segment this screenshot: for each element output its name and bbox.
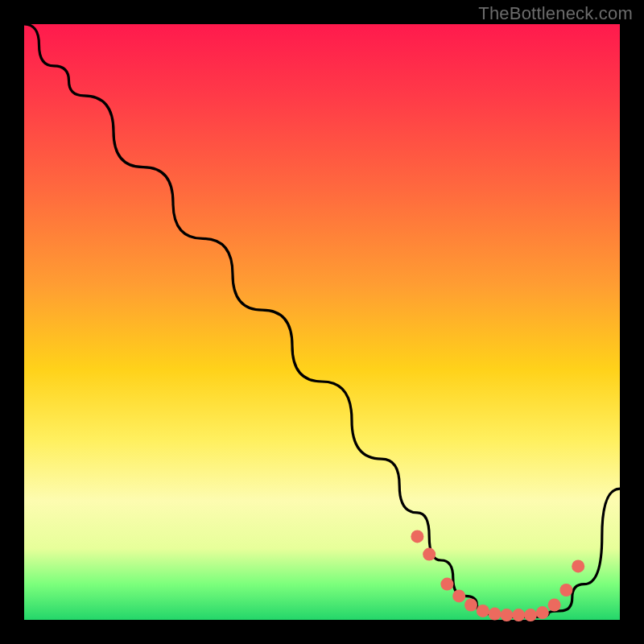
- plot-svg: [24, 24, 620, 620]
- bottleneck-curve: [24, 24, 620, 617]
- marker-dot: [464, 599, 477, 612]
- marker-dot: [559, 584, 572, 597]
- marker-dot: [500, 609, 513, 621]
- marker-dot: [452, 589, 465, 602]
- marker-dot: [440, 578, 453, 591]
- plot-frame: [24, 24, 620, 620]
- marker-dot: [477, 605, 489, 617]
- marker-dot: [512, 609, 525, 621]
- chart-stage: TheBottleneck.com: [0, 0, 644, 644]
- marker-dot: [536, 606, 549, 619]
- marker-dot: [411, 530, 423, 543]
- marker-dot: [548, 599, 561, 612]
- flat-region-dots: [411, 530, 584, 621]
- watermark-label: TheBottleneck.com: [478, 3, 633, 24]
- marker-dot: [524, 609, 537, 621]
- marker-dot: [572, 559, 584, 572]
- marker-dot: [423, 548, 436, 561]
- marker-dot: [489, 608, 502, 621]
